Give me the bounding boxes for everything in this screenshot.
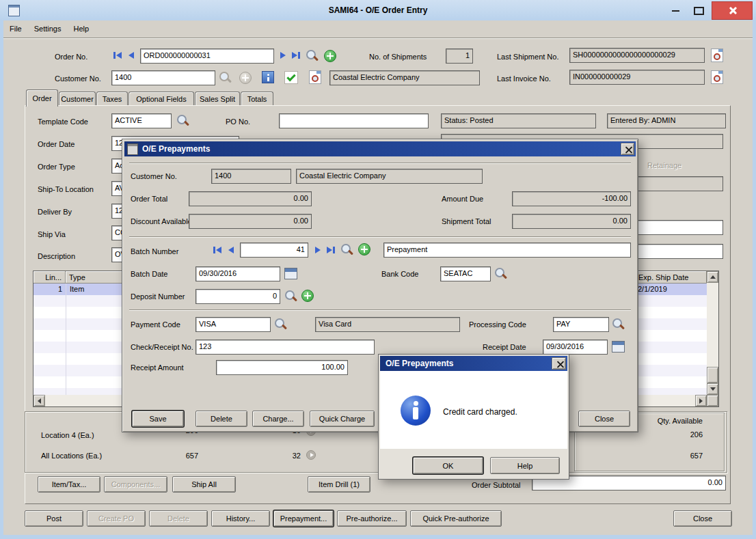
payment-finder-icon[interactable] bbox=[274, 318, 288, 331]
credit-check-icon[interactable] bbox=[284, 71, 298, 84]
message-box-titlebar[interactable]: O/E Prepayments bbox=[380, 356, 567, 371]
customer-drilldown-icon[interactable] bbox=[309, 70, 321, 84]
payment-name-field: Visa Card bbox=[315, 317, 460, 332]
shipment-total-label: Shipment Total bbox=[442, 217, 491, 225]
order-no-field[interactable]: ORD000000000031 bbox=[140, 49, 274, 64]
batch-finder-icon[interactable] bbox=[340, 243, 354, 257]
tab-sales-split[interactable]: Sales Split bbox=[195, 92, 240, 106]
minimize-button[interactable] bbox=[666, 4, 685, 17]
order-subtotal-label: Order Subtotal bbox=[472, 481, 521, 489]
batch-date-field[interactable]: 09/30/2016 bbox=[195, 266, 280, 281]
shipment-drilldown-icon[interactable] bbox=[711, 49, 723, 62]
scroll-down-button[interactable] bbox=[707, 383, 718, 395]
bank-code-field[interactable]: SEATAC bbox=[440, 266, 491, 281]
invoice-drilldown-icon[interactable] bbox=[711, 70, 723, 84]
title-bar: SAMI64 - O/E Order Entry bbox=[0, 0, 756, 20]
new-order-icon[interactable] bbox=[324, 50, 336, 62]
next-record-button[interactable] bbox=[277, 49, 289, 61]
prepayments-close-button[interactable] bbox=[621, 143, 634, 155]
item-tax-button[interactable]: Item/Tax... bbox=[38, 476, 100, 493]
grid-col-line[interactable]: Lin... bbox=[33, 271, 66, 284]
scroll-right-button[interactable] bbox=[695, 395, 707, 406]
last-shipment-field: SH0000000000000000000029 bbox=[569, 48, 705, 63]
ship-all-button[interactable]: Ship All bbox=[172, 476, 236, 493]
new-deposit-icon[interactable] bbox=[301, 290, 314, 302]
deposit-number-field[interactable]: 0 bbox=[195, 289, 280, 304]
grid-cell-exp-ship-date[interactable]: 2/1/2019 bbox=[638, 284, 667, 295]
prev-record-button[interactable] bbox=[125, 49, 137, 61]
grid-col-exp-ship-date[interactable]: Exp. Ship Date bbox=[635, 271, 707, 284]
check-receipt-field[interactable]: 123 bbox=[195, 340, 375, 355]
tab-order[interactable]: Order bbox=[26, 89, 58, 107]
pre-authorize-button[interactable]: Pre-authorize... bbox=[337, 510, 407, 527]
dlg-delete-button[interactable]: Delete bbox=[195, 411, 247, 427]
msgbox-ok-button[interactable]: OK bbox=[413, 457, 483, 474]
customer-finder-icon[interactable] bbox=[219, 71, 232, 85]
tab-customer[interactable]: Customer bbox=[59, 92, 96, 106]
customer-inquiry-icon[interactable] bbox=[262, 71, 274, 83]
close-icon bbox=[728, 6, 737, 15]
grid-cell-type[interactable]: Item bbox=[70, 284, 84, 295]
close-window-button[interactable] bbox=[712, 1, 753, 20]
batch-date-calendar-icon[interactable] bbox=[284, 268, 297, 279]
tab-taxes[interactable]: Taxes bbox=[96, 92, 128, 106]
all-locations-drill-icon[interactable] bbox=[306, 450, 316, 460]
history-button[interactable]: History... bbox=[211, 510, 270, 527]
close-button[interactable]: Close bbox=[673, 510, 732, 527]
batch-first-button[interactable] bbox=[211, 244, 224, 256]
order-finder-icon[interactable] bbox=[306, 49, 319, 63]
menu-separator bbox=[3, 38, 753, 39]
order-date-label: Order Date bbox=[38, 140, 75, 148]
batch-number-field[interactable]: 41 bbox=[240, 243, 308, 258]
discount-field: 0.00 bbox=[189, 214, 312, 229]
payment-code-field[interactable]: VISA bbox=[195, 317, 271, 332]
prepayment-button[interactable]: Prepayment... bbox=[273, 510, 334, 527]
dlg-close-button[interactable]: Close bbox=[578, 411, 630, 427]
template-code-label: Template Code bbox=[38, 118, 88, 126]
menu-settings[interactable]: Settings bbox=[28, 22, 68, 36]
tab-totals[interactable]: Totals bbox=[241, 92, 273, 106]
scroll-left-button[interactable] bbox=[33, 395, 45, 406]
bank-finder-icon[interactable] bbox=[494, 267, 508, 281]
maximize-button[interactable] bbox=[689, 4, 708, 17]
shipments-label: No. of Shipments bbox=[369, 53, 427, 61]
new-batch-icon[interactable] bbox=[358, 243, 370, 255]
dlg-save-button[interactable]: Save bbox=[132, 411, 184, 427]
last-record-button[interactable] bbox=[290, 49, 302, 61]
last-invoice-label: Last Invoice No. bbox=[497, 74, 551, 83]
msgbox-help-button[interactable]: Help bbox=[490, 457, 560, 474]
quick-pre-authorize-button[interactable]: Quick Pre-authorize bbox=[410, 510, 502, 527]
scroll-up-button[interactable] bbox=[707, 271, 718, 283]
vscroll-thumb[interactable] bbox=[707, 367, 718, 383]
customer-no-field[interactable]: 1400 bbox=[111, 70, 215, 85]
template-finder-icon[interactable] bbox=[176, 114, 190, 128]
receipt-amount-field[interactable]: 100.00 bbox=[216, 360, 348, 375]
deposit-finder-icon[interactable] bbox=[284, 290, 298, 303]
template-code-field[interactable]: ACTIVE bbox=[111, 113, 172, 128]
po-no-label: PO No. bbox=[226, 118, 250, 126]
menu-help[interactable]: Help bbox=[67, 22, 95, 36]
receipt-date-field[interactable]: 09/30/2016 bbox=[543, 340, 608, 355]
message-box-close-button[interactable] bbox=[552, 357, 566, 370]
batch-last-button[interactable] bbox=[325, 244, 337, 256]
receipt-date-calendar-icon[interactable] bbox=[612, 341, 625, 353]
prepayments-dialog-titlebar[interactable]: O/E Prepayments bbox=[124, 141, 636, 156]
status-field: Status: Posted bbox=[441, 113, 596, 128]
first-record-button[interactable] bbox=[111, 49, 124, 61]
menu-file[interactable]: File bbox=[3, 22, 28, 36]
create-po-button: Create PO bbox=[87, 510, 146, 527]
batch-prev-button[interactable] bbox=[225, 244, 237, 256]
processing-code-field[interactable]: PAY bbox=[553, 317, 609, 332]
batch-description-field[interactable]: Prepayment bbox=[383, 243, 631, 258]
dlg-charge-button[interactable]: Charge... bbox=[252, 411, 304, 427]
item-drill-button[interactable]: Item Drill (1) bbox=[308, 476, 370, 493]
processing-finder-icon[interactable] bbox=[612, 318, 625, 331]
discount-label: Discount Available bbox=[131, 217, 192, 225]
dlg-quick-charge-button[interactable]: Quick Charge bbox=[310, 411, 375, 427]
post-button[interactable]: Post bbox=[25, 510, 83, 527]
po-no-field[interactable] bbox=[279, 113, 429, 128]
batch-next-button[interactable] bbox=[312, 244, 324, 256]
grid-cell-line[interactable]: 1 bbox=[33, 284, 62, 295]
customer-name-field: Coastal Electric Company bbox=[329, 70, 480, 85]
tab-optional-fields[interactable]: Optional Fields bbox=[129, 92, 194, 106]
